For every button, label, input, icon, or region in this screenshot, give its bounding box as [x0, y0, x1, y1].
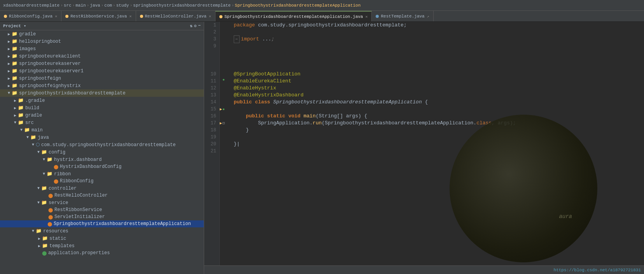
- sidebar-item-service[interactable]: ▼ 📁 service: [0, 199, 204, 206]
- sidebar-item-src[interactable]: ▼ 📁 src: [0, 119, 204, 126]
- item-label: com.study.springboothystrixdashboardrest…: [41, 142, 176, 148]
- item-label: ribbon: [54, 171, 71, 177]
- tab-resthello[interactable]: RestHelloController.java ✕: [136, 11, 215, 21]
- sidebar-item-hystrix-dashboard[interactable]: ▼ 📁 hystrix.dashboard: [0, 156, 204, 163]
- code-editor[interactable]: 1 2 3 9 10 11 12 13 14 15 16 17 18 19 20…: [204, 22, 644, 274]
- folder-icon: 📁: [18, 105, 24, 111]
- close-tab-1[interactable]: ✕: [55, 14, 57, 19]
- folder-icon: 📁: [12, 68, 18, 74]
- arrow-icon: ▼: [30, 229, 36, 233]
- arrow-icon: ▼: [19, 128, 24, 132]
- sidebar-item-images[interactable]: ▶ 📁 images: [0, 45, 204, 52]
- item-label: springbootfeign: [19, 76, 61, 81]
- item-label: springbootfeignhystrix: [19, 83, 80, 89]
- sidebar-item-mainproject[interactable]: ▼ 📁 springboothystrixdashboardresttempla…: [0, 89, 204, 97]
- sidebar-item-build[interactable]: ▶ 📁 build: [0, 104, 204, 112]
- tab-restribbon[interactable]: RestRibbonService.java ✕: [61, 11, 136, 21]
- arrow-icon: ▼: [41, 157, 47, 162]
- sidebar-item-package[interactable]: ▼ ⬡ com.study.springboothystrixdashboard…: [0, 141, 204, 148]
- arrow-icon: ▼: [30, 143, 36, 147]
- breadcrumb-com: com: [104, 3, 112, 8]
- close-tab-4[interactable]: ✕: [365, 14, 368, 19]
- sidebar-item-RibbonConfig[interactable]: ⬤ RibbonConfig: [0, 178, 204, 185]
- class-icon-orange: ⬤: [54, 179, 58, 184]
- file-icon-green: ⬤: [42, 251, 47, 256]
- arrow-icon: ▶: [6, 69, 12, 73]
- folder-icon: 📁: [12, 61, 18, 66]
- sidebar-item-static[interactable]: ▶ 📁 static: [0, 235, 204, 242]
- code-line-blank: [234, 43, 638, 71]
- code-content[interactable]: package com.study.springboothystrixdashb…: [228, 22, 644, 274]
- item-label: .gradle: [25, 98, 45, 103]
- sidebar-item-eurekaclient[interactable]: ▶ 📁 springbooteurekaclient: [0, 52, 204, 60]
- breadcrumb-main: main: [75, 3, 86, 8]
- tab-resttemplate[interactable]: RestTemplate.java ↗: [372, 11, 433, 21]
- tab-dot-3: [140, 15, 143, 18]
- code-line-11: @EnableEurekaClient: [234, 78, 638, 85]
- folder-icon: 📁: [24, 127, 30, 133]
- sidebar-item-templates[interactable]: ▶ 📁 templates: [0, 242, 204, 250]
- sidebar-item-controller[interactable]: ▼ 📁 controller: [0, 185, 204, 192]
- close-tab-5[interactable]: ↗: [427, 14, 429, 19]
- code-line-1: package com.study.springboothystrixdashb…: [234, 22, 638, 29]
- sidebar-item-eurekaserver[interactable]: ▶ 📁 springbooteurekaserver: [0, 60, 204, 67]
- close-tab-2[interactable]: ✕: [129, 14, 131, 19]
- sidebar-item-eurekaserver1[interactable]: ▶ 📁 springbooteurekaserver1: [0, 67, 204, 75]
- sidebar-control-gear[interactable]: ⚙: [194, 23, 197, 28]
- folder-icon: 📁: [30, 134, 36, 140]
- sidebar-control-close[interactable]: −: [198, 23, 201, 28]
- sidebar-item-java[interactable]: ▼ 📁 java: [0, 134, 204, 141]
- tab-label-5: RestTemplate.java: [381, 14, 424, 19]
- sidebar-item-RestHelloController[interactable]: ⬤ RestHelloController: [0, 192, 204, 199]
- breadcrumb-src: src: [64, 3, 72, 8]
- folder-icon: 📁: [12, 31, 18, 37]
- sidebar-control-arrow[interactable]: ⇅: [190, 23, 192, 28]
- arrow-icon: ▶: [6, 54, 12, 59]
- status-bar: https://blog.csdn.net/a18792721831: [204, 265, 644, 274]
- sidebar-item-RestRibbonService[interactable]: ⬤ RestRibbonService: [0, 206, 204, 213]
- gutter: ● ▶● ▶⊟: [220, 22, 228, 274]
- tab-label-2: RestRibbonService.java: [70, 14, 127, 19]
- sidebar-item-dotgradle[interactable]: ▶ 📁 .gradle: [0, 97, 204, 104]
- tab-dot-1: [4, 15, 7, 18]
- item-label: service: [49, 200, 68, 206]
- sidebar-item-feign[interactable]: ▶ 📁 springbootfeign: [0, 75, 204, 82]
- tab-dot-5: [376, 15, 379, 18]
- import-collapse-icon[interactable]: −: [234, 35, 240, 43]
- sidebar-item-config[interactable]: ▼ 📁 config: [0, 148, 204, 156]
- sidebar-item-resources[interactable]: ▼ 📁 resources: [0, 227, 204, 235]
- sidebar-item-ServletInitializer[interactable]: ⬤ ServletInitializer: [0, 213, 204, 220]
- sidebar-item-feignhystrix[interactable]: ▶ 📁 springbootfeignhystrix: [0, 82, 204, 89]
- tab-springboot-app[interactable]: SpringboothystrixdashboardresttemplateAp…: [215, 11, 372, 21]
- sidebar-item-SpringboothystrixApp[interactable]: ⬤ Springboothystrixdashboardresttemplate…: [0, 220, 204, 227]
- folder-icon: 📁: [41, 185, 47, 191]
- arrow-icon: ▶: [6, 76, 12, 81]
- tab-label-3: RestHelloController.java: [145, 14, 206, 19]
- item-label: static: [49, 236, 66, 241]
- sidebar-item-HystrixDashboardConfig[interactable]: ⬤ HystrixDashboardConfig: [0, 163, 204, 170]
- item-label: hystrix.dashboard: [54, 157, 102, 162]
- item-label: main: [32, 127, 43, 133]
- sidebar-item-gradle[interactable]: ▶ 📁 gradle: [0, 30, 204, 38]
- package-icon: ⬡: [36, 142, 40, 148]
- code-line-18: }: [234, 127, 638, 134]
- breadcrumb-class: SpringboothystrixdashboardresttemplateAp…: [235, 3, 360, 8]
- item-label: java: [38, 135, 49, 140]
- item-label: HystrixDashboardConfig: [60, 164, 121, 169]
- sidebar-item-main[interactable]: ▼ 📁 main: [0, 126, 204, 134]
- sidebar-item-ribbon[interactable]: ▼ 📁 ribbon: [0, 170, 204, 178]
- code-line-15: [234, 106, 638, 113]
- sidebar-item-hellospringboot[interactable]: ▶ 📁 hellospringboot: [0, 38, 204, 45]
- item-label: images: [19, 46, 36, 52]
- sidebar-item-gradle2[interactable]: ▶ 📁 gradle: [0, 112, 204, 119]
- breadcrumb-bar: xdashboardresttemplate › src › main › ja…: [0, 0, 644, 11]
- item-label: config: [49, 150, 65, 155]
- item-label: application.properties: [48, 250, 110, 256]
- item-label: templates: [49, 243, 75, 249]
- close-tab-3[interactable]: ✕: [209, 14, 211, 19]
- sidebar-item-application-properties[interactable]: ⬤ application.properties: [0, 250, 204, 257]
- status-url[interactable]: https://blog.csdn.net/a18792721831: [554, 268, 641, 272]
- sidebar-title: Project ▾: [3, 23, 26, 28]
- folder-icon: 📁: [42, 236, 48, 241]
- tab-ribbonconfig[interactable]: RibbonConfig.java ✕: [0, 11, 61, 21]
